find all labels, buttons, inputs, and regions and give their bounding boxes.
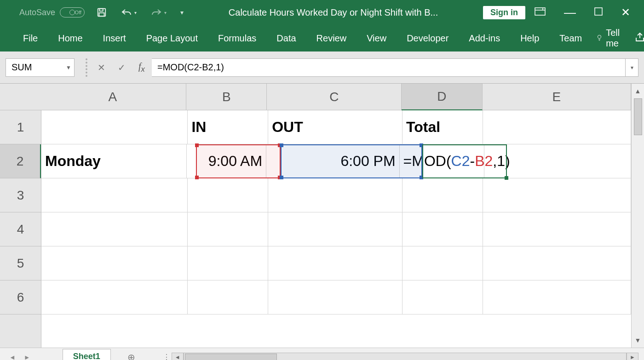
share-button[interactable] xyxy=(634,32,644,45)
cell-b2[interactable]: 9:00 AM xyxy=(187,144,266,178)
cell-b4[interactable] xyxy=(188,212,268,246)
cell-d6[interactable] xyxy=(402,280,483,314)
sheet-next-icon[interactable]: ► xyxy=(24,354,30,360)
scroll-left-icon[interactable]: ◄ xyxy=(172,353,184,360)
svg-rect-2 xyxy=(99,13,104,16)
cell-c4[interactable] xyxy=(268,212,402,246)
undo-button[interactable]: ▾ xyxy=(121,8,137,17)
sheet-tab-bar: ◄ ► Sheet1 ⊕ ⋮ ◄ ► xyxy=(0,348,644,360)
formula-bar-expand-icon[interactable]: ▾ xyxy=(626,58,638,77)
scroll-up-icon[interactable]: ▲ xyxy=(632,86,644,97)
cancel-formula-button[interactable]: ✕ xyxy=(91,58,111,77)
tab-home[interactable]: Home xyxy=(52,30,88,46)
tab-review[interactable]: Review xyxy=(311,30,352,46)
col-header-a[interactable]: A xyxy=(40,84,187,110)
cell-e2[interactable] xyxy=(484,144,631,178)
col-header-b[interactable]: B xyxy=(186,84,267,110)
autosave-toggle[interactable]: Off xyxy=(60,7,85,17)
scroll-right-icon[interactable]: ► xyxy=(627,353,638,360)
sign-in-button[interactable]: Sign in xyxy=(483,6,525,19)
cell-b3[interactable] xyxy=(188,178,268,212)
tab-help[interactable]: Help xyxy=(515,30,545,46)
cell-e4[interactable] xyxy=(483,212,631,246)
cell-d5[interactable] xyxy=(402,246,483,280)
row-header-6[interactable]: 6 xyxy=(0,280,41,314)
ribbon-options-icon[interactable] xyxy=(535,7,546,17)
tab-insert[interactable]: Insert xyxy=(98,30,132,46)
autosave-label: AutoSave xyxy=(19,8,55,17)
maximize-icon[interactable] xyxy=(594,7,603,17)
col-header-e[interactable]: E xyxy=(483,84,631,110)
name-box-dropdown-icon[interactable]: ▼ xyxy=(66,64,71,71)
cell-b5[interactable] xyxy=(188,246,268,280)
cell-a1[interactable] xyxy=(41,110,188,144)
insert-function-button[interactable]: fx xyxy=(132,58,152,77)
grid[interactable]: A B C D E 1 2 3 4 5 6 IN OUT Total Monda… xyxy=(0,84,631,348)
redo-button[interactable]: ▾ xyxy=(150,8,167,17)
row-header-5[interactable]: 5 xyxy=(0,246,41,280)
title-bar: AutoSave Off ▾ ▾ ▾ Calculate Hours Worke… xyxy=(0,0,644,25)
cell-c6[interactable] xyxy=(268,280,402,314)
tab-data[interactable]: Data xyxy=(271,30,301,46)
tell-me-button[interactable]: Tell me xyxy=(597,28,623,49)
minimize-icon[interactable]: — xyxy=(564,6,576,20)
customize-qat-button[interactable]: ▾ xyxy=(180,9,184,16)
tab-addins[interactable]: Add-ins xyxy=(463,30,506,46)
name-box[interactable]: SUM ▼ xyxy=(6,58,75,77)
vscroll-thumb[interactable] xyxy=(634,98,642,135)
cell-e5[interactable] xyxy=(483,246,631,280)
autosave-state: Off xyxy=(75,10,81,15)
col-header-c[interactable]: C xyxy=(267,84,402,110)
hscroll-thumb[interactable] xyxy=(185,354,277,360)
cell-b1[interactable]: IN xyxy=(188,110,268,144)
new-sheet-button[interactable]: ⊕ xyxy=(125,350,138,360)
cell-d2[interactable]: =MOD(C2-B2,1) xyxy=(400,144,484,178)
vertical-scrollbar[interactable]: ▲ ▼ xyxy=(631,84,644,348)
cell-a3[interactable] xyxy=(41,178,188,212)
sheet-prev-icon[interactable]: ◄ xyxy=(9,354,16,360)
cell-c1[interactable]: OUT xyxy=(268,110,402,144)
row-header-3[interactable]: 3 xyxy=(0,178,41,212)
formula-bar-divider xyxy=(86,58,91,77)
formula-text: =MOD(C2-B2,1) xyxy=(157,62,224,73)
cell-c3[interactable] xyxy=(268,178,402,212)
col-header-d[interactable]: D xyxy=(402,84,482,110)
tab-formulas[interactable]: Formulas xyxy=(213,30,262,46)
cell-a5[interactable] xyxy=(41,246,188,280)
row-header-1[interactable]: 1 xyxy=(0,110,41,144)
scroll-down-icon[interactable]: ▼ xyxy=(632,335,644,346)
tab-team[interactable]: Team xyxy=(554,30,587,46)
row-headers: 1 2 3 4 5 6 xyxy=(0,110,41,348)
hscroll-track[interactable] xyxy=(184,353,627,360)
autosave-control[interactable]: AutoSave Off xyxy=(19,7,85,17)
row-header-4[interactable]: 4 xyxy=(0,212,41,246)
cell-d4[interactable] xyxy=(402,212,483,246)
cell-a2[interactable]: Monday xyxy=(41,144,187,178)
save-icon[interactable] xyxy=(97,7,107,17)
cell-b6[interactable] xyxy=(188,280,268,314)
tab-developer[interactable]: Developer xyxy=(401,30,454,46)
hscroll-split-icon[interactable]: ⋮ xyxy=(161,353,172,360)
close-icon[interactable]: ✕ xyxy=(621,6,630,19)
horizontal-scrollbar[interactable]: ⋮ ◄ ► xyxy=(161,353,638,360)
tab-view[interactable]: View xyxy=(361,30,392,46)
name-box-value: SUM xyxy=(12,62,32,73)
enter-formula-button[interactable]: ✓ xyxy=(111,58,132,77)
cell-e3[interactable] xyxy=(483,178,631,212)
cell-e1[interactable] xyxy=(483,110,631,144)
row-header-2[interactable]: 2 xyxy=(0,144,41,178)
cell-a4[interactable] xyxy=(41,212,188,246)
cell-e6[interactable] xyxy=(483,280,631,314)
tab-file[interactable]: File xyxy=(17,30,43,46)
cell-d3[interactable] xyxy=(402,178,483,212)
tab-page-layout[interactable]: Page Layout xyxy=(141,30,203,46)
cell-c2[interactable]: 6:00 PM xyxy=(266,144,399,178)
svg-rect-1 xyxy=(99,9,103,11)
cell-a6[interactable] xyxy=(41,280,188,314)
cell-d1[interactable]: Total xyxy=(402,110,483,144)
formula-bar: SUM ▼ ✕ ✓ fx =MOD(C2-B2,1) ▾ xyxy=(0,51,644,84)
formula-input[interactable]: =MOD(C2-B2,1) xyxy=(152,58,626,77)
window-title: Calculate Hours Worked Day or Night Shif… xyxy=(184,7,483,18)
sheet-tab-sheet1[interactable]: Sheet1 xyxy=(63,349,111,360)
cell-c5[interactable] xyxy=(268,246,402,280)
